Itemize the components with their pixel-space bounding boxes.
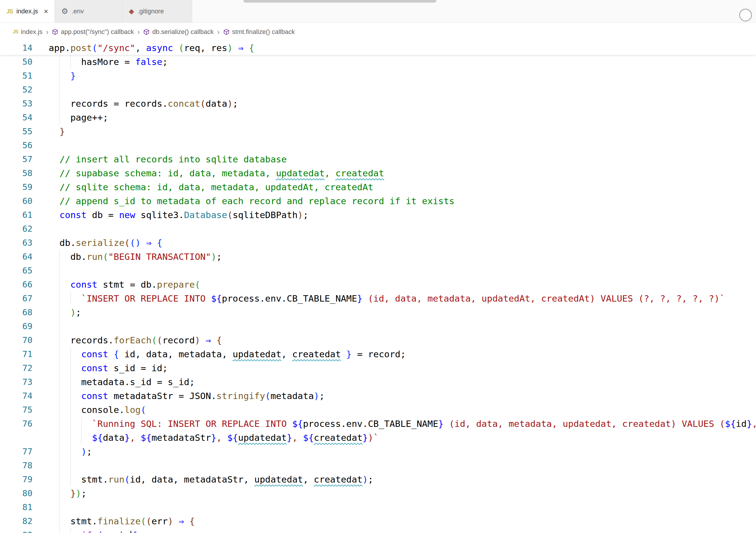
code-line[interactable]: 60 // append s_id to metadata of each re…: [0, 194, 756, 208]
line-number[interactable]: 80: [0, 486, 33, 500]
line-number[interactable]: 83: [0, 528, 33, 533]
code-token: app.: [49, 42, 70, 53]
line-number[interactable]: 65: [0, 264, 33, 277]
line-number[interactable]: 70: [0, 333, 33, 347]
code-line[interactable]: 66 const stmt = db.prepare(: [0, 277, 756, 292]
code-text: // insert all records into sqlite databa…: [49, 152, 756, 166]
code-line[interactable]: 59 // sqlite schema: id, data, metadata,…: [0, 180, 756, 194]
indent-whitespace: [49, 196, 59, 206]
indent-guide: [59, 319, 60, 333]
line-number[interactable]: 51: [0, 69, 33, 83]
code-line[interactable]: 54 page++;: [0, 110, 756, 125]
indent-whitespace: [49, 210, 59, 220]
code-line[interactable]: 74 const metadataStr = JSON.stringify(me…: [0, 389, 756, 403]
breadcrumb-item-app-post-callback[interactable]: app.post("/sync") callback: [52, 28, 134, 36]
line-number[interactable]: 56: [0, 138, 33, 152]
tab-env[interactable]: ⚙ .env: [55, 0, 122, 23]
breadcrumb-item-stmt-finalize-callback[interactable]: stmt.finalize() callback: [223, 28, 295, 36]
symbol-method-icon: [223, 29, 230, 35]
code-line[interactable]: 70 records.forEach((record) ⇒ {: [0, 333, 756, 347]
code-token: Database: [184, 210, 227, 220]
line-number[interactable]: 58: [0, 166, 33, 180]
code-line[interactable]: 65: [0, 264, 756, 277]
code-line[interactable]: 55 }: [0, 125, 756, 138]
code-line[interactable]: 80 });: [0, 486, 756, 500]
code-line[interactable]: 64 db.run("BEGIN TRANSACTION");: [0, 250, 756, 264]
line-number[interactable]: 54: [0, 110, 33, 125]
code-line[interactable]: 73 metadata.s_id = s_id;: [0, 375, 756, 389]
code-line[interactable]: 75 console.log(: [0, 403, 756, 417]
line-number[interactable]: 75: [0, 403, 33, 417]
line-number[interactable]: 66: [0, 277, 33, 292]
line-number[interactable]: 79: [0, 472, 33, 486]
line-number[interactable]: 55: [0, 125, 33, 138]
line-number[interactable]: 52: [0, 83, 33, 97]
code-line[interactable]: ${data}, ${metadataStr}, ${updatedat}, $…: [0, 431, 756, 445]
indent-guide: [59, 264, 60, 277]
tab-gitignore[interactable]: ◆ .gitignore: [122, 0, 192, 23]
code-line[interactable]: 63 db.serialize(() ⇒ {: [0, 236, 756, 250]
line-number[interactable]: 76: [0, 417, 33, 431]
code-line[interactable]: 58 // supabase schema: id, data, metadat…: [0, 166, 756, 180]
breadcrumb-item-db-serialize-callback[interactable]: db.serialize() callback: [143, 28, 214, 36]
line-number[interactable]: 68: [0, 305, 33, 319]
code-line[interactable]: 83 if (err) {: [0, 528, 756, 533]
code-token: }: [211, 433, 217, 443]
line-number[interactable]: 14: [0, 41, 33, 55]
line-number[interactable]: 53: [0, 97, 33, 110]
line-number[interactable]: 60: [0, 194, 33, 208]
line-number[interactable]: 67: [0, 292, 33, 305]
code-token: (: [124, 474, 130, 485]
code-line[interactable]: 76 `Running SQL: INSERT OR REPLACE INTO …: [0, 417, 756, 431]
code-line[interactable]: 81: [0, 500, 756, 514]
code-line[interactable]: 14app.post("/sync", async (req, res) ⇒ {: [0, 41, 756, 55]
code-line[interactable]: 82 stmt.finalize((err) ⇒ {: [0, 514, 756, 528]
line-number[interactable]: 77: [0, 445, 33, 459]
line-number[interactable]: 73: [0, 375, 33, 389]
code-token: ,: [325, 168, 336, 178]
code-text: [49, 459, 756, 472]
code-line[interactable]: 61 const db = new sqlite3.Database(sqlit…: [0, 208, 756, 222]
line-number[interactable]: 81: [0, 500, 33, 514]
sticky-scroll-line[interactable]: 14app.post("/sync", async (req, res) ⇒ {: [0, 41, 756, 55]
line-number[interactable]: 69: [0, 319, 33, 333]
line-number[interactable]: 64: [0, 250, 33, 264]
line-number[interactable]: 50: [0, 55, 33, 69]
code-line[interactable]: 78: [0, 459, 756, 472]
code-token: run: [108, 474, 124, 485]
line-number[interactable]: 57: [0, 152, 33, 166]
code-line[interactable]: 56: [0, 138, 756, 152]
editor-code-area[interactable]: 50 hasMore = false;51 }5253 records = re…: [0, 55, 756, 533]
line-number[interactable]: 71: [0, 347, 33, 361]
code-line[interactable]: 51 }: [0, 69, 756, 83]
code-line[interactable]: 53 records = records.concat(data);: [0, 97, 756, 110]
line-number[interactable]: 82: [0, 514, 33, 528]
line-number[interactable]: 62: [0, 222, 33, 236]
line-number[interactable]: 78: [0, 459, 33, 472]
symbol-method-icon: [143, 29, 149, 35]
code-line[interactable]: 50 hasMore = false;: [0, 55, 756, 69]
code-line[interactable]: 69: [0, 319, 756, 333]
code-line[interactable]: 71 const { id, data, metadata, updatedat…: [0, 347, 756, 361]
line-number[interactable]: [0, 431, 33, 445]
code-token: {: [189, 516, 195, 526]
code-line[interactable]: 57 // insert all records into sqlite dat…: [0, 152, 756, 166]
code-line[interactable]: 67 `INSERT OR REPLACE INTO ${process.env…: [0, 292, 756, 305]
line-number[interactable]: 59: [0, 180, 33, 194]
tab-index-js[interactable]: JS index.js ×: [0, 0, 55, 23]
line-number[interactable]: 72: [0, 361, 33, 375]
code-line[interactable]: 68 );: [0, 305, 756, 319]
line-number[interactable]: 61: [0, 208, 33, 222]
code-line[interactable]: 52: [0, 83, 756, 97]
code-line[interactable]: 79 stmt.run(id, data, metadataStr, updat…: [0, 472, 756, 486]
code-token: ): [298, 210, 303, 220]
line-number[interactable]: 63: [0, 236, 33, 250]
code-line[interactable]: 77 );: [0, 445, 756, 459]
close-icon[interactable]: ×: [44, 8, 48, 15]
breadcrumb-item-file[interactable]: JS index.js: [13, 28, 42, 36]
line-number[interactable]: 74: [0, 389, 33, 403]
indent-whitespace: [49, 293, 81, 304]
code-token: [151, 238, 157, 248]
code-line[interactable]: 72 const s_id = id;: [0, 361, 756, 375]
code-line[interactable]: 62: [0, 222, 756, 236]
